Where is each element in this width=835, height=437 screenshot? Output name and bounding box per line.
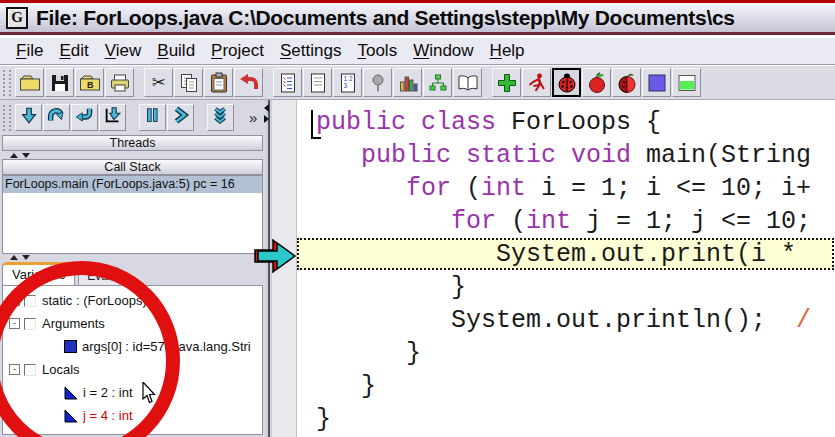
code-line-10[interactable]: } — [272, 403, 835, 436]
tree-row-Arguments[interactable]: -Arguments — [3, 312, 262, 335]
chevron-right-icon — [171, 106, 191, 130]
menu-view[interactable]: View — [97, 39, 150, 63]
code-line-8[interactable]: } — [272, 337, 835, 370]
statistics-button[interactable] — [393, 68, 422, 97]
pause-button[interactable] — [139, 104, 166, 131]
code-line-1[interactable]: public class ForLoops { — [272, 106, 835, 139]
run-applet-button[interactable] — [582, 68, 611, 97]
menu-build[interactable]: Build — [149, 39, 203, 63]
expander-icon[interactable]: - — [9, 364, 20, 375]
menu-project[interactable]: Project — [203, 39, 272, 63]
code-line-7[interactable]: System.out.println(); / — [272, 304, 835, 337]
resume-button[interactable] — [167, 104, 194, 131]
step-to-end-button[interactable] — [99, 104, 126, 131]
debug-applet-button[interactable] — [612, 68, 641, 97]
step-over-button[interactable] — [43, 104, 70, 131]
open-button[interactable] — [15, 68, 44, 97]
debug-button[interactable] — [552, 68, 581, 97]
code-line-6[interactable]: } — [272, 271, 835, 304]
call-stack-list[interactable]: ForLoops.main (ForLoops.java:5) pc = 16 — [2, 175, 263, 254]
print-button[interactable] — [105, 68, 134, 97]
code-text[interactable]: public class ForLoops { public static vo… — [272, 106, 835, 436]
pin-button[interactable] — [363, 68, 392, 97]
collapse-up-icon[interactable] — [10, 255, 18, 260]
debug-toolbar-grip[interactable] — [3, 105, 11, 131]
copy-button[interactable] — [174, 68, 203, 97]
save-button[interactable] — [45, 68, 74, 97]
tree-row-args[0][interactable]: args[0] : id=57 : java.lang.Stri — [3, 335, 262, 358]
hierarchy-button[interactable] — [423, 68, 452, 97]
cut-button[interactable]: ✂ — [144, 68, 173, 97]
tree-row-j[interactable]: j = 4 : int — [3, 404, 262, 427]
expander-icon[interactable]: - — [9, 318, 20, 329]
green-panel-icon — [676, 72, 698, 94]
step-into-button[interactable] — [71, 104, 98, 131]
org-chart-icon — [427, 72, 449, 94]
code-line-2[interactable]: public static void main(String — [272, 139, 835, 172]
tree-label: Locals — [42, 362, 80, 377]
step-button[interactable] — [15, 104, 42, 131]
app-icon: G — [6, 7, 28, 29]
toolbar-grip[interactable] — [3, 70, 11, 96]
undo-button[interactable] — [234, 68, 263, 97]
blue-square-icon — [64, 340, 77, 353]
tree-label: args[0] : id=57 : java.lang.Stri — [82, 339, 251, 354]
collapse-left-icon[interactable] — [264, 104, 269, 112]
blue-triangle-icon — [64, 386, 78, 400]
doc-blank-icon — [307, 72, 329, 94]
arrow-return-icon — [75, 106, 95, 130]
tree-row-i[interactable]: i = 2 : int — [3, 381, 262, 404]
expander-icon[interactable]: + — [9, 295, 20, 306]
run-button[interactable] — [522, 68, 551, 97]
collapse-down-icon[interactable] — [22, 255, 30, 260]
menu-window[interactable]: Window — [405, 39, 481, 63]
triple-chevron-down-icon — [211, 106, 231, 130]
debug-side-panel: » Threads Call Stack ForLoops.main (ForL… — [0, 100, 266, 437]
blue-triangle-icon — [64, 409, 78, 423]
watch-checkbox[interactable] — [24, 318, 36, 330]
code-line-5[interactable]: System.out.print(i * — [272, 238, 835, 271]
messages-button[interactable] — [672, 68, 701, 97]
browse-files-button[interactable]: B — [75, 68, 104, 97]
documentation-button[interactable] — [453, 68, 482, 97]
call-stack-frame[interactable]: ForLoops.main (ForLoops.java:5) pc = 16 — [3, 176, 262, 193]
tree-row-Locals[interactable]: -Locals — [3, 358, 262, 381]
green-plus-icon — [496, 72, 518, 94]
code-line-3[interactable]: for (int i = 1; i <= 10; i+ — [272, 172, 835, 205]
apple-icon — [586, 72, 608, 94]
open-book-icon — [457, 72, 479, 94]
auto-step-button[interactable] — [207, 104, 234, 131]
document-button[interactable] — [303, 68, 332, 97]
paste-button[interactable] — [204, 68, 233, 97]
workbench-button[interactable] — [642, 68, 671, 97]
divider-bar — [268, 100, 270, 437]
menu-settings[interactable]: Settings — [272, 39, 349, 63]
collapse-down-icon[interactable] — [22, 153, 30, 158]
bar-chart-icon — [397, 72, 419, 94]
text-cursor — [311, 110, 321, 139]
collapse-up-icon[interactable] — [10, 153, 18, 158]
code-line-4[interactable]: for (int j = 1; j <= 10; — [272, 205, 835, 238]
window-title: File: ForLoops.java C:\Documents and Set… — [36, 6, 735, 30]
menu-tools[interactable]: Tools — [349, 39, 405, 63]
watch-checkbox[interactable] — [24, 364, 36, 376]
title-bar[interactable]: G File: ForLoops.java C:\Documents and S… — [0, 3, 835, 35]
collapse-right-icon[interactable] — [264, 115, 269, 123]
debug-toolbar-group — [139, 104, 195, 131]
splitter-variables[interactable] — [2, 254, 263, 261]
menu-help[interactable]: Help — [482, 39, 533, 63]
code-editor[interactable]: public class ForLoops { public static vo… — [272, 100, 835, 437]
watch-checkbox[interactable] — [24, 295, 36, 307]
variables-tree[interactable]: +static : (ForLoops)-Argumentsargs[0] : … — [2, 285, 263, 435]
tree-row-static[interactable]: +static : (ForLoops) — [3, 289, 262, 312]
tab-eval[interactable]: Eval — [78, 267, 119, 285]
tab-variables[interactable]: Variables — [2, 262, 75, 285]
compile-messages-button[interactable] — [273, 68, 302, 97]
menu-file[interactable]: File — [8, 39, 51, 63]
debug-toolbar-overflow-button[interactable]: » — [249, 109, 257, 126]
menu-edit[interactable]: Edit — [51, 39, 96, 63]
splitter-threads[interactable] — [2, 152, 263, 159]
add-button[interactable] — [492, 68, 521, 97]
code-line-9[interactable]: } — [272, 370, 835, 403]
line-numbers-button[interactable]: 1 23 — [333, 68, 362, 97]
